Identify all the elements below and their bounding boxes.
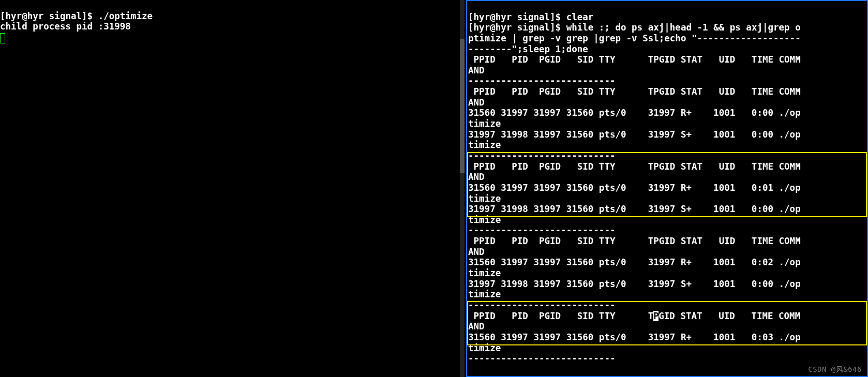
command-text: ./optimize — [98, 11, 153, 21]
ps-header-wrap: AND — [468, 321, 485, 331]
watermark-text: CSDN @风&646 — [808, 365, 862, 374]
separator-line: --------------------------- — [468, 353, 615, 364]
ps-row: 31997 31998 31997 31560 pts/0 31997 S+ 1… — [468, 204, 801, 214]
ps-header: PPID PID PGID SID TTY TPGID STAT UID TIM… — [468, 86, 801, 97]
ps-header: PPID PID PGID SID TTY TPGID STAT UID TIM… — [468, 54, 801, 65]
ps-header: PPID PID PGID SID TTY TPGID STAT UID TIM… — [468, 236, 801, 246]
cursor-icon — [0, 33, 5, 43]
right-terminal-pane[interactable]: [hyr@hyr signal]$ clear [hyr@hyr signal]… — [466, 0, 868, 377]
separator-line: --------------------------- — [468, 225, 615, 235]
shell-prompt: [hyr@hyr signal]$ — [468, 22, 566, 33]
command-text: ptimize | grep -v grep |grep -v Ssl;echo… — [468, 33, 801, 43]
left-terminal-pane[interactable]: [hyr@hyr signal]$ ./optimize child proce… — [0, 0, 458, 377]
ps-row-wrap: timize — [468, 343, 501, 353]
pane-divider[interactable] — [458, 0, 466, 377]
ps-row-wrap: timize — [468, 118, 501, 129]
ps-row: 31997 31998 31997 31560 pts/0 31997 S+ 1… — [468, 129, 801, 140]
ps-row: 31997 31998 31997 31560 pts/0 31997 S+ 1… — [468, 279, 801, 289]
ps-header-wrap: AND — [468, 65, 485, 76]
ps-row: 31560 31997 31997 31560 pts/0 31997 R+ 1… — [468, 257, 801, 267]
separator-line: --------------------------- — [468, 76, 615, 86]
ps-header: PPID PID PGID SID TTY TPGID STAT UID TIM… — [468, 161, 801, 172]
command-text: while :; do ps axj|head -1 && ps axj|gre… — [566, 22, 801, 33]
scrollbar-thumb[interactable] — [460, 39, 465, 173]
shell-prompt: [hyr@hyr signal]$ — [0, 11, 98, 21]
command-text: --------";sleep 1;done — [468, 44, 588, 54]
ps-row: 31560 31997 31997 31560 pts/0 31997 R+ 1… — [468, 332, 801, 342]
ps-header-wrap: AND — [468, 247, 485, 257]
output-line: child process pid :31998 — [0, 21, 131, 32]
ps-row-wrap: timize — [468, 215, 501, 225]
ps-row-wrap: timize — [468, 140, 501, 150]
ps-header-wrap: AND — [468, 172, 485, 182]
separator-line: --------------------------- — [468, 300, 615, 310]
shell-prompt: [hyr@hyr signal]$ — [468, 12, 566, 22]
ps-row-wrap: timize — [468, 289, 501, 299]
ps-header-wrap: AND — [468, 97, 485, 108]
ps-row: 31560 31997 31997 31560 pts/0 31997 R+ 1… — [468, 183, 801, 193]
ps-header: PPID PID PGID SID TTY T — [468, 311, 653, 321]
separator-line: --------------------------- — [468, 150, 615, 161]
ps-row-wrap: timize — [468, 193, 501, 204]
ps-row-wrap: timize — [468, 268, 501, 278]
command-text: clear — [566, 12, 594, 22]
ps-row: 31560 31997 31997 31560 pts/0 31997 R+ 1… — [468, 108, 801, 118]
ps-header: GID STAT UID TIME COMM — [659, 311, 800, 321]
block-cursor-icon: P — [653, 311, 659, 321]
